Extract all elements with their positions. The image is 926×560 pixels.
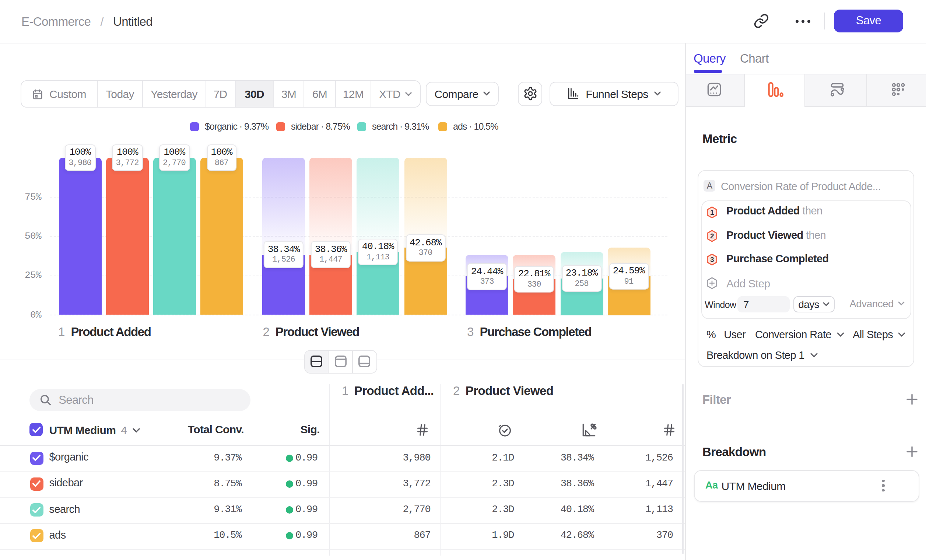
svg-text:2: 2 xyxy=(710,232,713,240)
svg-text:3: 3 xyxy=(710,256,713,263)
svg-text:1: 1 xyxy=(710,209,714,216)
